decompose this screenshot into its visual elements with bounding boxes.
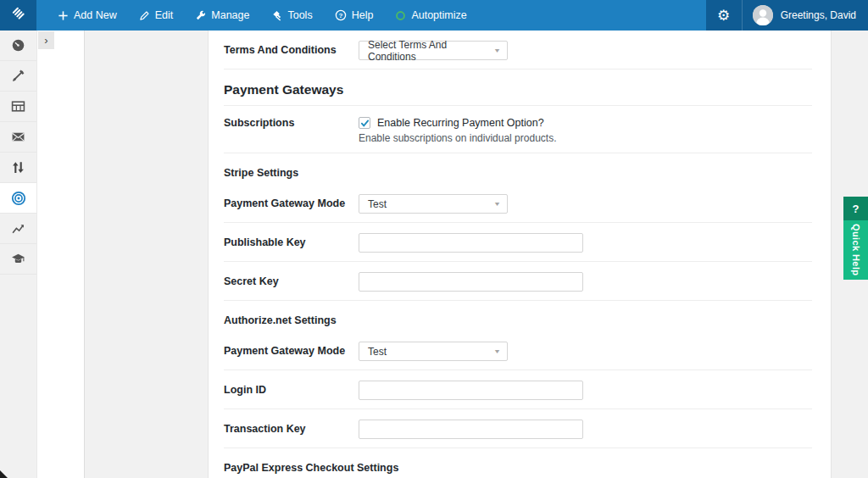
submenu-panel: ›: [36, 31, 85, 478]
sidebar-item-analytics[interactable]: [0, 214, 36, 244]
menu-item-edit[interactable]: Edit: [128, 0, 185, 31]
stripe-gateway-mode-select[interactable]: Test ▼: [359, 194, 508, 214]
field-label: Transaction Key: [224, 420, 359, 439]
subsection-heading-text: Authorize.net Settings: [224, 314, 812, 328]
form-row-authnet-gateway-mode: Payment Gateway Mode Test ▼: [224, 331, 812, 370]
field-label: Terms And Conditions: [224, 41, 359, 60]
user-account-menu[interactable]: Greetings, David: [742, 0, 868, 31]
recurring-payment-checkbox[interactable]: [359, 117, 370, 129]
sidebar-item-import-export[interactable]: [0, 153, 36, 183]
wrench-icon: [195, 10, 206, 21]
menu-item-label: Edit: [155, 9, 174, 21]
menu-item-help[interactable]: ? Help: [324, 0, 385, 31]
app-window: Add New Edit Manage Tools: [0, 0, 868, 478]
expand-sidebar-button[interactable]: ›: [38, 31, 54, 49]
form-row-stripe-gateway-mode: Payment Gateway Mode Test ▼: [224, 184, 812, 223]
sidebar-item-courses[interactable]: [0, 244, 36, 275]
up-down-arrows-icon: [11, 160, 25, 175]
form-row-login-id: Login ID: [224, 370, 812, 409]
chevron-right-icon: ›: [44, 34, 47, 47]
menu-item-add-new[interactable]: Add New: [47, 0, 128, 31]
top-bar-menu: Add New Edit Manage Tools: [47, 0, 478, 31]
help-circle-icon: ?: [335, 9, 347, 21]
field-label: Payment Gateway Mode: [224, 194, 359, 214]
menu-item-manage[interactable]: Manage: [184, 0, 260, 31]
sidebar-item-email[interactable]: [0, 122, 36, 153]
user-avatar: [753, 5, 773, 25]
quick-help-widget: ? Quick Help: [843, 197, 868, 280]
dashboard-gauge-icon: [11, 38, 25, 53]
diagonal-stripes-logo-icon: [11, 6, 26, 25]
sidebar-item-forms[interactable]: [0, 92, 36, 122]
icon-sidebar: [0, 31, 36, 478]
menu-item-label: Tools: [287, 9, 312, 21]
select-value: Select Terms And Conditions: [368, 39, 494, 63]
sidebar-item-settings[interactable]: [0, 183, 36, 214]
menu-item-label: Add New: [74, 9, 117, 21]
table-icon: [11, 99, 25, 114]
subsection-heading-text: Stripe Settings: [224, 166, 812, 181]
section-heading-text: Payment Gateways: [224, 81, 812, 98]
gear-icon: ⚙: [717, 8, 730, 23]
pencil-icon: [139, 10, 150, 21]
svg-text:?: ?: [338, 12, 342, 19]
terms-and-conditions-select[interactable]: Select Terms And Conditions ▼: [359, 41, 508, 60]
secret-key-input[interactable]: [359, 272, 583, 292]
checkbox-label[interactable]: Enable Recurring Payment Option?: [377, 115, 544, 131]
autoptimize-ring-icon: [395, 10, 406, 21]
target-bullseye-icon: [11, 191, 26, 206]
site-logo[interactable]: [0, 0, 36, 31]
quick-help-tab-label: Quick Help: [851, 224, 861, 275]
settings-gear-button[interactable]: ⚙: [706, 0, 742, 31]
menu-item-tools[interactable]: Tools: [260, 0, 323, 31]
hammer-icon: [271, 10, 282, 21]
user-greeting: Greetings, David: [781, 9, 856, 21]
quick-help-tab[interactable]: Quick Help: [843, 220, 868, 280]
chevron-down-icon: ▼: [493, 47, 501, 53]
form-row-terms-and-conditions: Terms And Conditions Select Terms And Co…: [224, 31, 812, 69]
form-row-secret-key: Secret Key: [224, 262, 812, 301]
section-heading-payment-gateways: Payment Gateways: [224, 69, 812, 106]
menu-item-label: Help: [352, 9, 374, 21]
form-row-subscriptions: Subscriptions Enable Recurring Payment O…: [224, 106, 812, 153]
field-label: Login ID: [224, 381, 359, 400]
menu-item-autoptimize[interactable]: Autoptimize: [384, 0, 477, 31]
question-mark-icon: ?: [853, 203, 860, 215]
chevron-down-icon: ▼: [493, 348, 501, 354]
publishable-key-input[interactable]: [359, 233, 583, 253]
subsection-heading-authorize-net: Authorize.net Settings: [224, 301, 812, 331]
main-area: › Terms And Conditions Select Terms And …: [0, 31, 868, 478]
quick-help-question-button[interactable]: ?: [843, 197, 868, 220]
subsection-heading-stripe: Stripe Settings: [224, 153, 812, 184]
menu-item-label: Manage: [211, 9, 249, 21]
field-label: Payment Gateway Mode: [224, 342, 359, 361]
sidebar-item-customize[interactable]: [0, 61, 36, 92]
graduation-cap-icon: [11, 252, 25, 266]
field-label: Publishable Key: [224, 233, 359, 253]
plus-icon: [58, 10, 69, 21]
brush-icon: [11, 69, 25, 83]
screen-corner-artifact: [0, 470, 8, 478]
transaction-key-input[interactable]: [359, 420, 583, 439]
select-value: Test: [368, 198, 387, 210]
form-row-transaction-key: Transaction Key: [224, 409, 812, 448]
line-chart-icon: [11, 221, 25, 236]
subsection-heading-paypal: PayPal Express Checkout Settings: [224, 448, 812, 478]
authnet-gateway-mode-select[interactable]: Test ▼: [359, 342, 508, 361]
chevron-down-icon: ▼: [493, 201, 501, 207]
select-value: Test: [368, 346, 387, 358]
login-id-input[interactable]: [359, 381, 583, 400]
form-row-publishable-key: Publishable Key: [224, 223, 812, 262]
admin-top-bar: Add New Edit Manage Tools: [0, 0, 868, 31]
field-description: Enable subscriptions on individual produ…: [359, 131, 812, 146]
sidebar-item-dashboard[interactable]: [0, 31, 36, 61]
subsection-heading-text: PayPal Express Checkout Settings: [224, 461, 812, 475]
field-label: Secret Key: [224, 272, 359, 292]
field-label: Subscriptions: [224, 115, 359, 131]
settings-form-card: Terms And Conditions Select Terms And Co…: [208, 31, 832, 478]
envelope-icon: [11, 130, 25, 144]
top-bar-right: ⚙ Greetings, David: [706, 0, 868, 31]
menu-item-label: Autoptimize: [411, 9, 466, 21]
